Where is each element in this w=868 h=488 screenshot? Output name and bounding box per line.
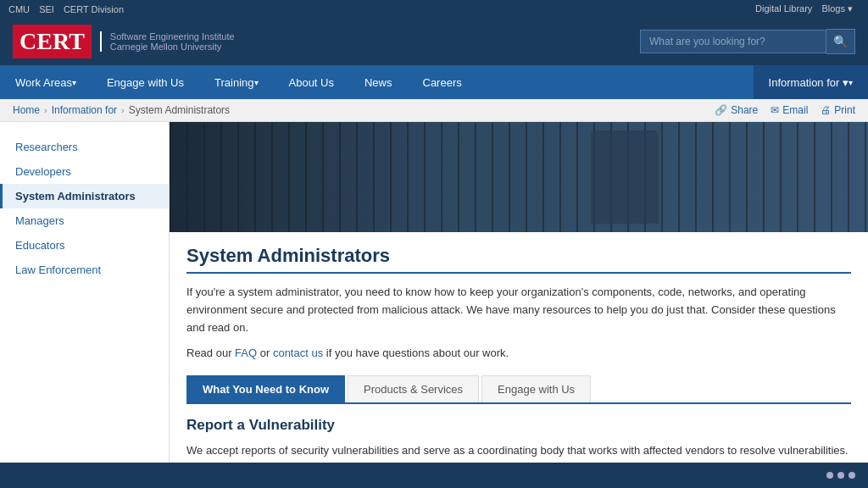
footer-dot-1	[826, 472, 833, 479]
hero-image-inner	[170, 122, 868, 232]
search-button[interactable]: 🔍	[826, 29, 855, 54]
top-bar: CMU SEI CERT Division Digital Library Bl…	[0, 0, 868, 18]
breadcrumb-parent[interactable]: Information for	[52, 104, 117, 116]
faq-link[interactable]: FAQ	[235, 347, 257, 359]
if-have-text: if you have questions about our work.	[323, 347, 509, 359]
nav-careers[interactable]: Careers	[408, 65, 477, 99]
article-content: System Administrators If you're a system…	[170, 232, 868, 488]
breadcrumb-actions: 🔗 Share ✉ Email 🖨 Print	[715, 104, 855, 116]
breadcrumb-home[interactable]: Home	[13, 104, 40, 116]
sidebar-item-system-administrators[interactable]: System Administrators	[0, 184, 169, 208]
footer-dot-3	[849, 472, 855, 479]
topbar-cert-link[interactable]: CERT Division	[64, 4, 124, 14]
nav-information-for[interactable]: Information for ▾	[754, 65, 868, 99]
content-wrapper: Researchers Developers System Administra…	[0, 122, 868, 488]
contact-us-link[interactable]: contact us	[273, 347, 323, 359]
main-content: System Administrators If you're a system…	[170, 122, 868, 488]
breadcrumb-current: System Administrators	[129, 104, 230, 116]
nav-training[interactable]: Training	[199, 65, 273, 99]
email-link[interactable]: ✉ Email	[771, 104, 808, 116]
logo-area: CERT Software Engineering Institute Carn…	[13, 25, 235, 58]
section-para1-text: We accept reports of security vulnerabil…	[186, 444, 849, 457]
topbar-blogs-link[interactable]: Blogs ▾	[821, 3, 853, 14]
print-icon: 🖨	[821, 104, 831, 116]
cert-logo: CERT	[13, 25, 92, 58]
sidebar: Researchers Developers System Administra…	[0, 122, 170, 488]
share-icon: 🔗	[715, 104, 727, 116]
tab-what-you-need[interactable]: What You Need to Know	[186, 375, 345, 402]
read-our-text: Read our	[186, 347, 235, 359]
sidebar-item-educators[interactable]: Educators	[0, 233, 169, 258]
cmu-text: Carnegie Mellon University	[110, 42, 235, 52]
hero-figure	[591, 130, 659, 224]
sei-text: Software Engineering Institute	[110, 31, 235, 42]
breadcrumb-bar: Home › Information for › System Administ…	[0, 99, 868, 122]
breadcrumb-sep-1: ›	[44, 105, 47, 115]
section-title: Report a Vulnerability	[186, 417, 851, 434]
footer-bar	[0, 463, 868, 488]
hero-image	[170, 122, 868, 232]
tabs: What You Need to Know Products & Service…	[186, 375, 851, 404]
email-icon: ✉	[771, 104, 779, 116]
sidebar-item-developers[interactable]: Developers	[0, 159, 169, 184]
topbar-digital-library-link[interactable]: Digital Library	[755, 3, 812, 14]
share-link[interactable]: 🔗 Share	[715, 104, 758, 116]
sei-logo: Software Engineering Institute Carnegie …	[100, 31, 235, 52]
article-intro: If you're a system administrator, you ne…	[186, 284, 851, 336]
tab-engage-with-us[interactable]: Engage with Us	[481, 375, 591, 402]
breadcrumb-sep-2: ›	[121, 105, 125, 115]
nav-news[interactable]: News	[349, 65, 408, 99]
nav-work-areas[interactable]: Work Areas	[0, 65, 92, 99]
top-bar-right: Digital Library Blogs ▾	[755, 3, 860, 14]
or-text: or	[257, 347, 273, 359]
breadcrumb: Home › Information for › System Administ…	[13, 104, 230, 116]
print-link[interactable]: 🖨 Print	[821, 104, 855, 116]
header: CERT Software Engineering Institute Carn…	[0, 18, 868, 65]
topbar-cmu-link[interactable]: CMU	[8, 4, 30, 14]
nav-about-us[interactable]: About Us	[274, 65, 349, 99]
top-bar-left: CMU SEI CERT Division	[8, 4, 131, 14]
sidebar-item-law-enforcement[interactable]: Law Enforcement	[0, 258, 169, 282]
search-input[interactable]	[640, 30, 826, 53]
sidebar-item-managers[interactable]: Managers	[0, 208, 169, 233]
search-box: 🔍	[640, 29, 855, 54]
article-title: System Administrators	[186, 245, 851, 274]
main-nav: Work Areas Engage with Us Training About…	[0, 65, 868, 99]
tab-products-services[interactable]: Products & Services	[348, 375, 479, 402]
nav-engage-with-us[interactable]: Engage with Us	[92, 65, 199, 99]
footer-dot-2	[837, 472, 844, 479]
article-read-our: Read our FAQ or contact us if you have q…	[186, 345, 851, 363]
topbar-sei-link[interactable]: SEI	[39, 4, 54, 14]
sidebar-item-researchers[interactable]: Researchers	[0, 135, 169, 159]
